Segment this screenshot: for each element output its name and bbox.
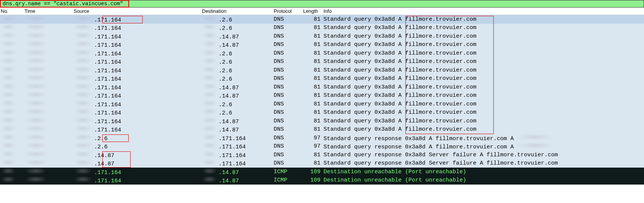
cell-no	[0, 125, 25, 133]
cell-info: Standard query response 0x3a8d A fillmor…	[324, 142, 644, 150]
cell-protocol: DNS	[274, 109, 303, 116]
cell-time	[25, 108, 74, 116]
cell-source: .171.164	[74, 117, 202, 125]
table-row[interactable]: .2.6.171.164DNS97Standard query response…	[0, 142, 644, 151]
table-row[interactable]: .171.164.14.87DNS81Standard query 0x3a8d…	[0, 32, 644, 41]
table-row[interactable]: .171.164.14.87DNS81Standard query 0x3a8d…	[0, 92, 644, 100]
cell-info: Destination unreachable (Port unreachabl…	[324, 177, 644, 183]
table-row[interactable]: .171.164.14.87DNS81Standard query 0x3a8d…	[0, 125, 644, 134]
cell-info: Standard query 0x3a8d A fillmore.trovuie…	[324, 109, 644, 116]
col-header-no[interactable]: No.	[0, 8, 25, 14]
cell-time	[25, 168, 74, 176]
table-row[interactable]: .2.6.171.164DNS97Standard query response…	[0, 134, 644, 142]
cell-length: 81	[303, 101, 324, 107]
cell-info: Standard query 0x3a8d A fillmore.trovuie…	[324, 84, 644, 90]
cell-protocol: ICMP	[274, 177, 303, 183]
table-row[interactable]: .171.164.14.87DNS81Standard query 0x3a8d…	[0, 83, 644, 92]
packet-list[interactable]: .171.164.2.6DNS81Standard query 0x3a8d A…	[0, 15, 644, 185]
table-row[interactable]: .171.164.14.87DNS81Standard query 0x3a8d…	[0, 41, 644, 49]
cell-destination: .171.164	[202, 134, 274, 142]
cell-length: 81	[303, 58, 324, 65]
cell-time	[25, 159, 74, 167]
table-row[interactable]: .171.164.2.6DNS81Standard query 0x3a8d A…	[0, 100, 644, 108]
cell-info: Standard query 0x3a8d A fillmore.trovuie…	[324, 92, 644, 99]
cell-source: .14.87	[74, 159, 202, 167]
cell-time	[25, 49, 74, 57]
cell-source: .171.164	[74, 125, 202, 133]
table-row[interactable]: .171.164.2.6DNS81Standard query 0x3a8d A…	[0, 49, 644, 58]
cell-info: Standard query response 0x3a8d Server fa…	[324, 160, 644, 166]
cell-protocol: DNS	[274, 24, 303, 31]
cell-source: .171.164	[74, 108, 202, 116]
table-row[interactable]: .171.164.14.87DNS81Standard query 0x3a8d…	[0, 117, 644, 125]
table-row[interactable]: .171.164.2.6DNS81Standard query 0x3a8d A…	[0, 66, 644, 75]
cell-source: .171.164	[74, 49, 202, 57]
table-row[interactable]: .171.164.14.87ICMP109Destination unreach…	[0, 176, 644, 185]
col-header-source[interactable]: Source	[74, 8, 202, 14]
cell-length: 81	[303, 118, 324, 124]
cell-source: .171.164	[74, 83, 202, 91]
cell-source: .171.164	[74, 100, 202, 108]
col-header-info[interactable]: Info	[324, 8, 644, 14]
cell-source: .171.164	[74, 168, 202, 176]
cell-no	[0, 92, 25, 99]
cell-no	[0, 142, 25, 150]
cell-protocol: DNS	[274, 92, 303, 99]
cell-length: 81	[303, 109, 324, 116]
table-row[interactable]: .171.164.2.6DNS81Standard query 0x3a8d A…	[0, 15, 644, 24]
cell-source: .171.164	[74, 66, 202, 74]
cell-time	[25, 100, 74, 108]
cell-length: 81	[303, 50, 324, 56]
cell-length: 97	[303, 143, 324, 150]
col-header-length[interactable]: Length	[303, 8, 324, 14]
cell-no	[0, 24, 25, 32]
cell-source: .171.164	[74, 15, 202, 23]
cell-length: 81	[303, 75, 324, 82]
cell-no	[0, 159, 25, 167]
cell-no	[0, 134, 25, 142]
cell-time	[25, 83, 74, 91]
cell-info: Destination unreachable (Port unreachabl…	[324, 169, 644, 175]
cell-length: 81	[303, 160, 324, 166]
cell-no	[0, 66, 25, 74]
cell-destination: .171.164	[202, 151, 274, 159]
cell-time	[25, 125, 74, 133]
cell-source: .171.164	[74, 75, 202, 82]
cell-time	[25, 24, 74, 32]
cell-protocol: DNS	[274, 160, 303, 166]
table-row[interactable]: .171.164.14.87ICMP109Destination unreach…	[0, 168, 644, 176]
cell-destination: .14.87	[202, 32, 274, 40]
cell-destination: .2.6	[202, 24, 274, 32]
cell-source: .171.164	[74, 41, 202, 49]
cell-source: .171.164	[74, 92, 202, 99]
cell-no	[0, 32, 25, 40]
table-row[interactable]: .171.164.2.6DNS81Standard query 0x3a8d A…	[0, 58, 644, 66]
col-header-time[interactable]: Time	[25, 8, 74, 14]
cell-destination: .2.6	[202, 108, 274, 116]
table-row[interactable]: .171.164.2.6DNS81Standard query 0x3a8d A…	[0, 24, 644, 32]
cell-protocol: DNS	[274, 33, 303, 40]
cell-length: 81	[303, 33, 324, 40]
cell-protocol: DNS	[274, 16, 303, 23]
cell-length: 81	[303, 92, 324, 99]
table-row[interactable]: .171.164.2.6DNS81Standard query 0x3a8d A…	[0, 108, 644, 117]
cell-protocol: DNS	[274, 50, 303, 56]
display-filter-input[interactable]	[3, 1, 641, 7]
cell-destination: .14.87	[202, 117, 274, 125]
cell-info: Standard query 0x3a8d A fillmore.trovuie…	[324, 118, 644, 124]
table-row[interactable]: .14.87.171.164DNS81Standard query respon…	[0, 159, 644, 168]
cell-protocol: DNS	[274, 58, 303, 65]
cell-destination: .171.164	[202, 159, 274, 167]
table-row[interactable]: .171.164.2.6DNS81Standard query 0x3a8d A…	[0, 75, 644, 83]
packet-list-header: No. Time Source Destination Protocol Len…	[0, 8, 644, 15]
cell-length: 109	[303, 177, 324, 183]
cell-no	[0, 41, 25, 49]
table-row[interactable]: .14.87.171.164DNS81Standard query respon…	[0, 151, 644, 159]
cell-protocol: DNS	[274, 84, 303, 90]
display-filter-bar[interactable]	[0, 0, 644, 8]
cell-time	[25, 117, 74, 125]
col-header-protocol[interactable]: Protocol	[274, 8, 303, 14]
col-header-destination[interactable]: Destination	[202, 8, 274, 14]
cell-no	[0, 83, 25, 91]
cell-length: 81	[303, 152, 324, 158]
